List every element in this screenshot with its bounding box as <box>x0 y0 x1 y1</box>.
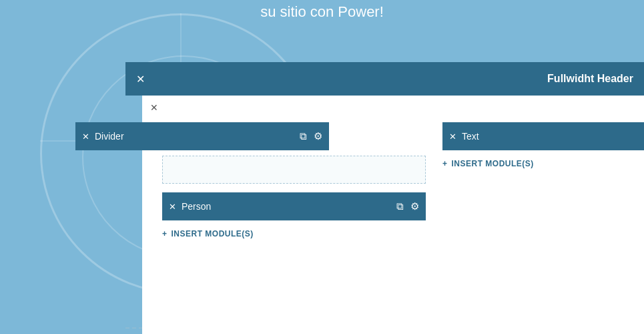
insert-module-left-plus: + <box>162 229 168 238</box>
insert-module-right-plus: + <box>442 159 448 168</box>
fullwidth-header-bar: ✕ Fullwidht Header <box>125 62 644 96</box>
text-module-bar: ✕ Text <box>442 122 644 150</box>
insert-module-right-label: INSERT MODULE(S) <box>452 159 534 168</box>
divider-settings-button[interactable]: ⚙ <box>314 130 322 142</box>
person-settings-button[interactable]: ⚙ <box>410 200 419 212</box>
divider-close-button[interactable]: ✕ <box>82 132 89 142</box>
top-heading-text: su sitio con Power! <box>260 3 384 20</box>
dashed-placeholder <box>162 156 426 184</box>
insert-module-right-button[interactable]: + INSERT MODULE(S) <box>442 159 534 168</box>
person-copy-button[interactable]: ⧉ <box>396 200 404 212</box>
divider-actions: ⧉ ⚙ <box>300 130 322 142</box>
insert-module-left-label: INSERT MODULE(S) <box>172 229 254 238</box>
fullwidth-header-title: Fullwidht Header <box>547 73 633 85</box>
white-panel: ✕ ✕ Divider ⧉ ⚙ ✕ Person ⧉ ⚙ + INSERT MO… <box>142 96 644 334</box>
text-label: Text <box>462 131 637 142</box>
person-actions: ⧉ ⚙ <box>396 200 419 212</box>
person-close-button[interactable]: ✕ <box>169 202 176 212</box>
right-column: ✕ Text + INSERT MODULE(S) <box>442 96 644 334</box>
fullwidth-header-close[interactable]: ✕ <box>136 73 145 86</box>
person-label: Person <box>182 201 396 212</box>
person-module-bar: ✕ Person ⧉ ⚙ <box>162 192 426 220</box>
text-close-button[interactable]: ✕ <box>449 132 456 142</box>
insert-module-left-button[interactable]: + INSERT MODULE(S) <box>162 229 254 238</box>
left-column: ✕ Divider ⧉ ⚙ ✕ Person ⧉ ⚙ + INSERT MODU… <box>142 96 429 334</box>
divider-label: Divider <box>95 131 300 142</box>
top-heading: su sitio con Power! <box>0 3 644 21</box>
divider-copy-button[interactable]: ⧉ <box>300 130 307 142</box>
divider-module-bar: ✕ Divider ⧉ ⚙ <box>75 122 329 150</box>
